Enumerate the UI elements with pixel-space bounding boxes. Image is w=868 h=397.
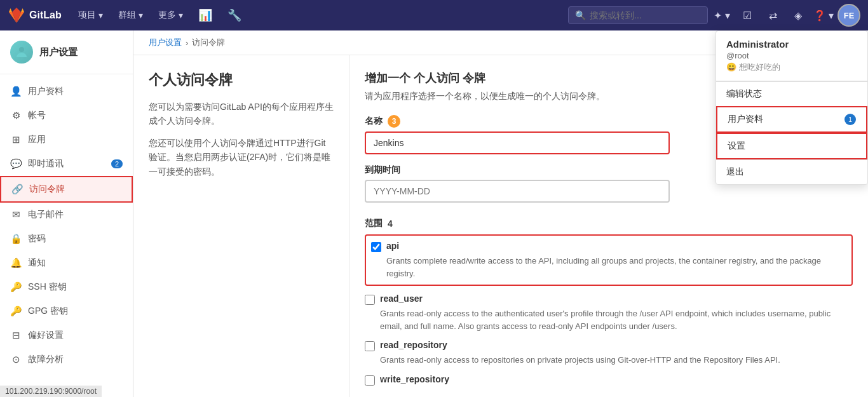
sidebar-item-ops[interactable]: ⊙ 故障分析: [0, 347, 133, 372]
user-dropdown: Administrator @root 😀 想吃好吃的 编辑状态 用户资料 1 …: [715, 30, 868, 185]
left-panel: 个人访问令牌 您可以为需要访问GitLab API的每个应用程序生成个人访问令牌…: [133, 55, 349, 397]
sidebar-item-gpg-keys[interactable]: 🔑 GPG 密钥: [0, 299, 133, 323]
email-icon: ✉: [10, 209, 22, 220]
dropdown-header: Administrator @root 😀 想吃好吃的: [716, 31, 867, 81]
expiry-input[interactable]: [365, 180, 670, 203]
access-tokens-icon: 🔗: [11, 184, 23, 195]
name-input[interactable]: [365, 131, 670, 154]
dropdown-username: Administrator: [726, 39, 857, 50]
dropdown-settings[interactable]: 设置: [716, 133, 867, 159]
name-badge: 3: [388, 115, 400, 128]
sidebar-item-ssh-keys[interactable]: 🔑 SSH 密钥: [0, 275, 133, 299]
search-input[interactable]: [590, 10, 701, 20]
sidebar-avatar: [10, 41, 33, 64]
scope-read-user-checkbox[interactable]: [365, 295, 375, 305]
nav-wrench[interactable]: 🔧: [221, 4, 248, 26]
nav-menu: 项目 ▾ 群组 ▾ 更多 ▾ 📊 🔧: [72, 4, 568, 26]
search-icon: 🔍: [575, 10, 586, 20]
badge-1: 1: [844, 114, 856, 125]
password-icon: 🔒: [10, 233, 22, 245]
dropdown-signout[interactable]: 退出: [716, 160, 867, 184]
preferences-icon: ⊟: [10, 330, 22, 341]
scope-read-repository-checkbox[interactable]: [365, 341, 375, 351]
topnav: GitLab 项目 ▾ 群组 ▾ 更多 ▾ 📊 🔧 🔍 ✦ ▾ ☑ ⇄ ◈ ❓ …: [0, 0, 868, 30]
scope-read-repository-desc: Grants read-only access to repositories …: [380, 354, 853, 367]
page-desc-1: 您可以为需要访问GitLab API的每个应用程序生成个人访问令牌。: [149, 100, 334, 128]
scope-read-user-name: read_user: [380, 293, 423, 304]
sidebar: 用户设置 👤 用户资料 ⚙ 帐号 ⊞ 应用 💬 即时通讯 2 🔗 访问令: [0, 30, 133, 397]
merge-request-button[interactable]: ⇄: [761, 4, 784, 27]
nav-groups[interactable]: 群组 ▾: [112, 6, 149, 25]
scope-label: 范围 4: [365, 218, 853, 229]
scope-read-user-desc: Grants read-only access to the authentic…: [380, 307, 853, 332]
dropdown-handle: @root: [726, 51, 857, 60]
user-avatar-button[interactable]: FE: [837, 4, 860, 27]
scope-write-repository-checkbox[interactable]: [365, 375, 375, 386]
sidebar-nav: 👤 用户资料 ⚙ 帐号 ⊞ 应用 💬 即时通讯 2 🔗 访问令牌 ✉: [0, 74, 133, 377]
sidebar-item-notifications[interactable]: 🔔 通知: [0, 251, 133, 275]
page-desc-2: 您还可以使用个人访问令牌通过HTTP进行Git验证。当您启用两步认证(2FA)时…: [149, 136, 334, 178]
scope-api-name: api: [386, 241, 399, 251]
scope-read-repository: read_repository Grants read-only access …: [365, 340, 853, 367]
sidebar-item-access-tokens[interactable]: 🔗 访问令牌: [0, 176, 133, 203]
nav-analytics[interactable]: 📊: [192, 4, 219, 26]
dropdown-edit-status[interactable]: 编辑状态: [716, 82, 867, 106]
sidebar-item-password[interactable]: 🔒 密码: [0, 227, 133, 251]
scope-api-desc: Grants complete read/write access to the…: [386, 255, 846, 279]
scope-write-repository: write_repository: [365, 374, 853, 386]
nav-more[interactable]: 更多 ▾: [152, 6, 189, 25]
sidebar-item-email[interactable]: ✉ 电子邮件: [0, 203, 133, 227]
breadcrumb-current: 访问令牌: [192, 37, 225, 48]
scope-api-header: api: [371, 241, 846, 252]
sidebar-item-chat[interactable]: 💬 即时通讯 2: [0, 152, 133, 176]
scope-api-container: api Grants complete read/write access to…: [365, 234, 853, 286]
issues-button[interactable]: ◈: [787, 4, 810, 27]
search-box[interactable]: 🔍: [568, 6, 708, 24]
scope-read-repository-header: read_repository: [365, 340, 853, 351]
todo-button[interactable]: ☑: [736, 4, 759, 27]
chat-badge: 2: [111, 159, 123, 168]
sidebar-item-account[interactable]: ⚙ 帐号: [0, 104, 133, 128]
scope-api-checkbox[interactable]: [371, 242, 381, 252]
sidebar-item-applications[interactable]: ⊞ 应用: [0, 128, 133, 152]
new-item-button[interactable]: ✦ ▾: [710, 4, 733, 27]
sidebar-header: 用户设置: [0, 30, 133, 74]
ssh-icon: 🔑: [10, 281, 22, 293]
gpg-icon: 🔑: [10, 306, 22, 317]
profile-icon: 👤: [10, 86, 22, 97]
sidebar-item-preferences[interactable]: ⊟ 偏好设置: [0, 323, 133, 347]
breadcrumb-separator: ›: [186, 38, 188, 48]
dropdown-tagline: 😀 想吃好吃的: [726, 62, 857, 73]
help-button[interactable]: ❓ ▾: [812, 4, 835, 27]
chat-icon: 💬: [10, 158, 22, 170]
status-url: 101.200.219.190:9000/root: [5, 387, 97, 396]
ops-icon: ⊙: [10, 354, 22, 365]
sidebar-item-profile[interactable]: 👤 用户资料: [0, 79, 133, 104]
scope-read-repository-name: read_repository: [380, 340, 447, 350]
scope-write-repository-header: write_repository: [365, 374, 853, 386]
notifications-icon: 🔔: [10, 257, 22, 269]
account-icon: ⚙: [10, 110, 22, 121]
scope-section: 范围 4 api Grants complete read/write acce…: [365, 218, 853, 386]
scope-write-repository-name: write_repository: [380, 374, 449, 384]
nav-projects[interactable]: 项目 ▾: [72, 6, 109, 25]
sidebar-title: 用户设置: [39, 46, 78, 58]
page-title: 个人访问令牌: [149, 71, 334, 90]
dropdown-profile[interactable]: 用户资料 1: [716, 106, 867, 133]
gitlab-logo[interactable]: GitLab: [8, 6, 62, 24]
topnav-right: 🔍 ✦ ▾ ☑ ⇄ ◈ ❓ ▾ FE: [568, 4, 860, 27]
scope-badge: 4: [388, 219, 393, 229]
breadcrumb-parent[interactable]: 用户设置: [149, 37, 182, 48]
applications-icon: ⊞: [10, 134, 22, 145]
gitlab-label: GitLab: [29, 10, 62, 21]
scope-read-user: read_user Grants read-only access to the…: [365, 293, 853, 332]
status-bar: 101.200.219.190:9000/root: [0, 386, 102, 397]
scope-read-user-header: read_user: [365, 293, 853, 305]
